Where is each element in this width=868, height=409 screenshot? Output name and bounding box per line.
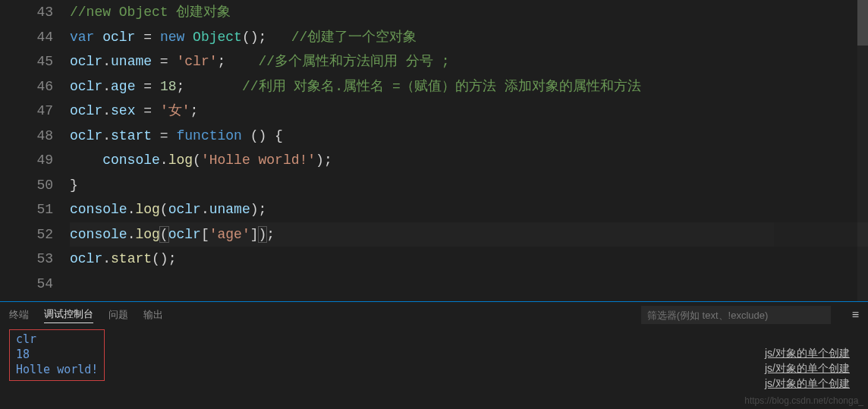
code-line[interactable]: console.log('Holle world!');	[70, 148, 868, 173]
line-number-gutter: 434445464748495051525354	[0, 0, 70, 301]
code-editor[interactable]: 434445464748495051525354 //new Object 创建…	[0, 0, 868, 301]
line-number: 44	[0, 25, 53, 50]
panel-tabs: 终端调试控制台问题输出 ≡	[0, 302, 868, 328]
panel-tab-0[interactable]: 终端	[9, 308, 29, 322]
line-number: 54	[0, 272, 53, 297]
line-number: 46	[0, 74, 53, 99]
line-number: 45	[0, 49, 53, 74]
output-highlight-box: clr18Holle world!	[9, 329, 105, 381]
output-sources: js/对象的单个创建js/对象的单个创建js/对象的单个创建	[765, 345, 850, 391]
code-line[interactable]: oclr.sex = '女';	[70, 99, 868, 124]
console-output-line: 18	[16, 347, 98, 362]
line-number: 51	[0, 197, 53, 222]
code-line[interactable]: oclr.start();	[70, 247, 868, 272]
filter-input[interactable]	[641, 306, 831, 324]
code-line[interactable]	[70, 272, 868, 297]
code-line[interactable]: }	[70, 173, 868, 198]
minimap[interactable]	[774, 0, 857, 301]
line-number: 43	[0, 0, 53, 25]
code-content[interactable]: //new Object 创建对象var oclr = new Object()…	[70, 0, 868, 301]
output-source-link[interactable]: js/对象的单个创建	[765, 360, 850, 376]
console-output-line: clr	[16, 332, 98, 347]
filter-settings-icon[interactable]: ≡	[852, 308, 859, 322]
panel-tab-1[interactable]: 调试控制台	[44, 307, 93, 323]
panel-tab-2[interactable]: 问题	[108, 308, 128, 322]
line-number: 47	[0, 99, 53, 124]
line-number: 48	[0, 124, 53, 149]
output-source-link[interactable]: js/对象的单个创建	[765, 345, 850, 360]
code-line[interactable]: console.log(oclr.uname);	[70, 197, 868, 222]
console-output-line: Holle world!	[16, 362, 98, 377]
vertical-scrollbar[interactable]	[857, 0, 868, 301]
code-line[interactable]: var oclr = new Object(); //创建了一个空对象	[70, 25, 868, 50]
panel-tab-3[interactable]: 输出	[143, 308, 163, 322]
code-line[interactable]: oclr.age = 18; //利用 对象名.属性名 =（赋值）的方法 添加对…	[70, 74, 868, 99]
code-line[interactable]: oclr.uname = 'clr'; //多个属性和方法间用 分号 ;	[70, 49, 868, 74]
line-number: 53	[0, 247, 53, 272]
output-source-link[interactable]: js/对象的单个创建	[765, 376, 850, 391]
bottom-panel: 终端调试控制台问题输出 ≡ clr18Holle world! js/对象的单个…	[0, 302, 868, 409]
watermark: https://blog.csdn.net/chonga_	[744, 395, 863, 406]
code-line[interactable]: oclr.start = function () {	[70, 124, 868, 149]
line-number: 49	[0, 148, 53, 173]
code-line[interactable]: //new Object 创建对象	[70, 0, 868, 25]
line-number: 52	[0, 222, 53, 247]
scrollbar-thumb[interactable]	[857, 0, 868, 46]
debug-console-output: clr18Holle world!	[0, 328, 868, 382]
code-line[interactable]: console.log(oclr['age']);	[70, 222, 868, 247]
line-number: 50	[0, 173, 53, 198]
